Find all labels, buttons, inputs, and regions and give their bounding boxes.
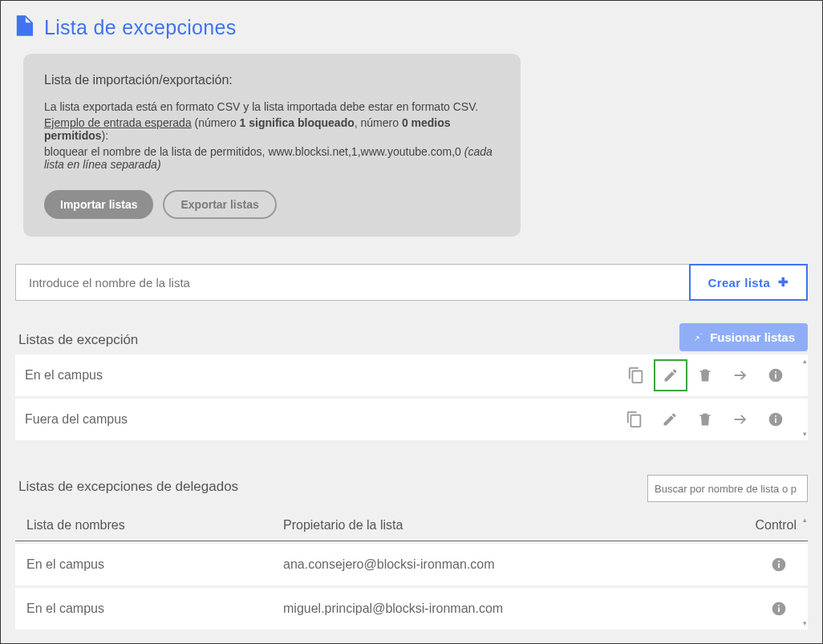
svg-rect-10: [778, 607, 780, 612]
delegate-table: Lista de nombres Propietario de la lista…: [15, 513, 808, 630]
page-header: Lista de excepciones: [15, 15, 808, 39]
svg-rect-1: [775, 374, 776, 379]
example-link[interactable]: Ejemplo de entrada esperada: [44, 116, 192, 129]
pencil-icon[interactable]: [652, 403, 687, 435]
plus-icon: ✚: [778, 275, 789, 290]
list-item-name: Fuera del campus: [25, 412, 617, 427]
info-icon[interactable]: [758, 403, 793, 435]
col-owner-header: Propietario de la lista: [283, 518, 732, 533]
pin-icon: [692, 330, 703, 344]
col-name-header: Lista de nombres: [26, 518, 283, 533]
trash-icon[interactable]: [687, 359, 723, 391]
delegate-table-head: Lista de nombres Propietario de la lista…: [15, 513, 808, 541]
create-list-row: Crear lista ✚: [15, 264, 808, 301]
info-line1: La lista exportada está en formato CSV y…: [44, 100, 500, 113]
create-list-label: Crear lista: [707, 276, 770, 290]
import-export-info-box: Lista de importación/exportación: La lis…: [23, 54, 521, 237]
scroll-down-icon[interactable]: ▾: [803, 619, 811, 627]
document-icon: [15, 15, 33, 39]
page-root: Lista de excepciones Lista de importació…: [1, 1, 822, 644]
delegate-search-input[interactable]: [647, 475, 808, 502]
info-icon[interactable]: [761, 593, 797, 625]
col-control-header: Control: [732, 518, 797, 533]
scrollbar[interactable]: ▴ ▾: [803, 354, 811, 440]
info-button-row: Importar listas Exportar listas: [44, 190, 500, 219]
copy-icon[interactable]: [618, 359, 654, 391]
table-row: En el campus miguel.principal@blocksi-ir…: [15, 588, 808, 630]
exception-lists-heading: Listas de excepción: [18, 332, 138, 348]
delegate-header-row: Listas de excepciones de delegados: [15, 475, 808, 502]
merge-lists-button[interactable]: Fusionar listas: [679, 323, 808, 351]
cell-list-name: En el campus: [26, 557, 283, 572]
cell-list-owner: ana.consejero@blocksi-ironman.com: [283, 557, 732, 572]
scrollbar[interactable]: ▴ ▾: [803, 513, 811, 630]
svg-rect-7: [778, 563, 780, 568]
exception-lists-panel: En el campus Fuera del campus: [15, 354, 808, 440]
import-lists-button[interactable]: Importar listas: [44, 190, 153, 219]
cell-list-owner: miguel.principal@blocksi-ironman.com: [283, 601, 732, 616]
merge-lists-label: Fusionar listas: [710, 330, 795, 344]
info-icon[interactable]: [761, 549, 797, 581]
list-item-name: En el campus: [25, 368, 618, 383]
cell-list-name: En el campus: [26, 601, 283, 616]
delegate-lists-heading: Listas de excepciones de delegados: [18, 479, 238, 495]
trash-icon[interactable]: [687, 403, 723, 435]
info-line2: Ejemplo de entrada esperada (número 1 si…: [44, 116, 500, 142]
list-item: En el campus: [15, 354, 808, 396]
scroll-up-icon[interactable]: ▴: [803, 357, 811, 365]
pencil-icon[interactable]: [654, 359, 687, 391]
arrow-right-icon[interactable]: [723, 403, 758, 435]
info-line3: bloquear el nombre de la lista de permit…: [44, 145, 500, 171]
svg-rect-5: [775, 415, 776, 417]
svg-rect-8: [778, 561, 780, 562]
copy-icon[interactable]: [617, 403, 652, 435]
export-lists-button[interactable]: Exportar listas: [163, 190, 276, 219]
scroll-down-icon[interactable]: ▾: [803, 430, 811, 438]
scroll-up-icon[interactable]: ▴: [803, 516, 811, 524]
arrow-right-icon[interactable]: [723, 359, 758, 391]
list-item: Fuera del campus: [15, 399, 808, 440]
info-heading: Lista de importación/exportación:: [44, 73, 500, 87]
list-name-input[interactable]: [15, 264, 690, 301]
page-title: Lista de excepciones: [44, 16, 236, 39]
svg-rect-4: [775, 418, 776, 423]
info-icon[interactable]: [758, 359, 793, 391]
table-row: En el campus ana.consejero@blocksi-ironm…: [15, 544, 808, 585]
create-list-button[interactable]: Crear lista ✚: [689, 264, 808, 301]
exception-lists-header: Listas de excepción Fusionar listas: [15, 323, 808, 351]
svg-rect-2: [775, 371, 776, 373]
svg-rect-11: [778, 605, 780, 606]
